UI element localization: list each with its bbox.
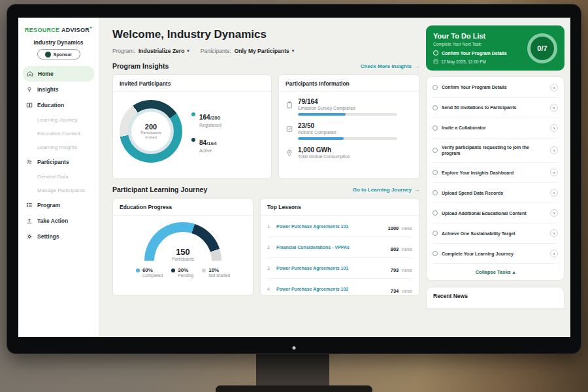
lesson-link[interactable]: Power Purchase Agreements 101 [276,266,386,270]
sidebar-item-learning-insights[interactable]: Learning Insights [18,140,99,154]
todo-task-row[interactable]: Send 50 Invitations to Participants › [433,98,558,118]
checkbox-icon[interactable] [433,170,438,175]
sidebar-item-general-data[interactable]: General Data [18,170,99,184]
chevron-right-icon[interactable]: › [550,104,558,112]
lesson-row: 3 Power Purchase Agreements 101 793 view… [267,258,412,279]
lesson-rank: 2 [267,245,272,250]
program-filter-dropdown[interactable]: Industrialize Zero ▾ [139,48,189,54]
legend-item-not-started: 10% Not Started [202,267,230,278]
todo-task-card: Confirm Your Program Details › Send 50 I… [426,76,564,281]
sidebar-item-insights[interactable]: Insights [18,82,99,97]
chevron-right-icon[interactable]: › [550,209,558,217]
chevron-down-icon: ▾ [187,48,189,54]
lesson-views: 803 views [391,242,412,253]
list-icon [26,202,33,208]
arrow-right-icon: → [414,63,419,69]
sidebar-item-settings[interactable]: Settings [18,229,99,244]
lesson-views: 734 views [391,284,412,295]
education-progress-card: Education Progress 150 Participants [112,198,253,296]
program-filter-label: Program: [112,48,135,54]
todo-task-row[interactable]: Complete Your Learning Journey › [433,244,558,264]
lesson-rank: 4 [267,287,272,291]
sidebar-item-education[interactable]: Education [18,97,99,113]
todo-task-row[interactable]: Upload Spend Data Records › [433,183,558,203]
arrow-right-icon: → [414,187,419,193]
checkbox-icon[interactable] [433,231,438,236]
chevron-up-icon: ▴ [513,270,515,274]
calendar-icon [433,59,438,64]
people-icon [26,159,33,165]
gauge-center: 150 Participants [144,247,221,261]
todo-task-row[interactable]: Confirm Your Program Details › [433,78,558,98]
section-title-learning-journey: Participant Learning Journey [112,186,207,193]
book-icon [26,102,33,108]
checkbox-icon[interactable] [433,148,438,153]
check-more-insights-link[interactable]: Check More Insights → [361,63,419,69]
actions-completed-row: 23/50 Actions Completed [286,122,412,140]
monitor-frame: RESOURCE ADVISOR+ Industry Dynamics Spon… [7,4,581,354]
chevron-right-icon[interactable]: › [550,229,558,237]
sidebar-item-program[interactable]: Program [18,197,99,213]
todo-task-row[interactable]: Achieve One Sustainability Target › [433,223,558,244]
checkbox-icon[interactable] [433,210,438,216]
todo-title: Your To Do List [433,32,522,40]
gauge-legend: 60% Completed 30% Pending [136,267,230,278]
actions-progress-bar [298,137,397,140]
todo-task-row[interactable]: Verify participants requesting to join t… [433,139,558,163]
card-title: Education Progress [113,199,253,216]
sidebar-item-education-content[interactable]: Education Content [18,127,99,140]
lesson-row: 4 Power Purchase Agreements 102 734 view… [267,279,412,296]
lesson-link[interactable]: Financial Considerations - VPPAs [276,245,386,250]
top-lessons-card: Top Lessons 1 Power Purchase Agreements … [260,198,419,296]
chevron-right-icon[interactable]: › [550,146,558,154]
emission-progress-bar [298,113,397,116]
sidebar-item-participants[interactable]: Participants [18,154,99,170]
learning-cards-row: Education Progress 150 Participants [112,198,419,296]
checkbox-icon[interactable] [433,251,438,256]
chevron-right-icon[interactable]: › [550,189,558,197]
legend-item-completed: 60% Completed [136,267,163,278]
checkbox-icon[interactable] [433,105,438,110]
go-to-learning-journey-link[interactable]: Go to Learning Journey → [353,187,419,193]
todo-task-row[interactable]: Upload Additional Educational Content › [433,203,558,223]
todo-task-row[interactable]: Invite a Collaborator › [433,118,558,139]
collapse-tasks-link[interactable]: Collapse Tasks▴ [433,264,558,278]
sponsor-badge[interactable]: Sponsor [37,49,80,59]
legend-dot-active [191,138,195,142]
section-title-program-insights: Program Insights [112,62,169,70]
lesson-link[interactable]: Power Purchase Agreements 102 [276,287,386,291]
participants-filter-label: Participants: [201,48,231,54]
sidebar-item-home[interactable]: Home [23,66,94,82]
recent-news-card: Recent News [426,287,564,309]
checkbox-icon[interactable] [433,190,438,195]
legend-item-pending: 30% Pending [171,267,193,278]
sponsor-label: Sponsor [54,52,72,57]
lesson-link[interactable]: Power Purchase Agreements 101 [276,224,384,229]
legend-dot-not-started [202,269,206,272]
main-content: Welcome, Industry Dynamics Program: Indu… [112,25,419,337]
participants-information-card: Participants Information 79/164 Emission… [278,74,419,179]
participants-filter-dropdown[interactable]: Only My Participants ▾ [235,48,295,54]
sidebar-item-learning-journey[interactable]: Learning Journey [18,113,99,127]
chevron-right-icon[interactable]: › [550,84,558,91]
chevron-right-icon[interactable]: › [550,169,558,176]
checkbox-icon[interactable] [433,50,438,56]
chevron-right-icon[interactable]: › [550,250,558,257]
lesson-row: 1 Power Purchase Agreements 101 1000 vie… [267,216,412,237]
recent-news-title: Recent News [433,293,557,299]
org-name: Industry Dynamics [18,39,99,46]
todo-task-row[interactable]: Explore Your Insights Dashboard › [433,163,558,183]
next-task-due: 12 May 2025, 12:00 PM [433,59,522,64]
sidebar-nav: Home Insights Education Learning Journey [18,66,99,244]
lesson-rank: 3 [267,266,272,270]
chevron-right-icon[interactable]: › [550,124,558,132]
todo-progress-ring: 0/7 [527,33,557,63]
sidebar-item-manage-participants[interactable]: Manage Participants [18,184,99,197]
sidebar-item-take-action[interactable]: Take Action [18,213,99,229]
learning-journey-header: Participant Learning Journey Go to Learn… [112,186,419,193]
checkbox-icon[interactable] [433,85,438,90]
todo-subtitle: Complete Your Next Task: [433,42,522,46]
card-title: Participants Information [279,75,419,92]
next-task-row[interactable]: Confirm Your Program Details [433,50,522,56]
checkbox-icon[interactable] [433,125,438,131]
